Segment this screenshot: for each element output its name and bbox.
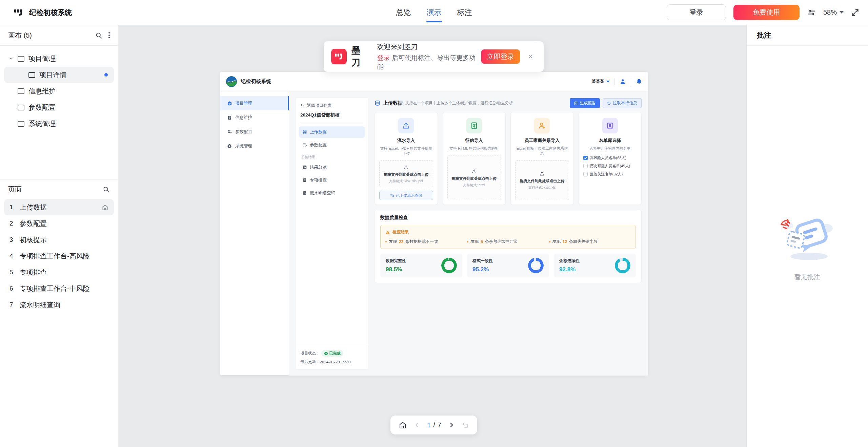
dropzone[interactable]: 拖拽文件到此处或点击上传 支持格式: xlsx, xls, pdf [379, 160, 433, 187]
search-icon[interactable] [95, 32, 102, 39]
document-search-icon [302, 191, 307, 195]
frame-icon [18, 105, 24, 110]
bell-icon[interactable] [636, 78, 642, 85]
pages-section: 页面 1 上传数据 2参数配置 3初核提示 4专项排查工作台-高风险 5专项排查… [0, 179, 118, 447]
document-icon [302, 178, 307, 183]
page-item-6[interactable]: 6专项排查工作台-中风险 [4, 280, 114, 297]
menu-special-check[interactable]: 专项排查 [299, 174, 365, 186]
mockingbot-brand-icon [331, 49, 347, 64]
dropzone[interactable]: 拖拽文件到此处或点击上传 支持格式: xlsx, xls [515, 160, 569, 200]
app-root: 纪检初核系统 总览 演示 标注 登录 免费使用 58% [0, 0, 868, 447]
user-menu[interactable]: 某某某 [592, 79, 610, 84]
page-item-3[interactable]: 3初核提示 [4, 232, 114, 248]
top-bar: 纪检初核系统 总览 演示 标注 登录 免费使用 58% [0, 0, 868, 25]
sync-icon [607, 101, 611, 105]
close-icon[interactable]: × [525, 52, 536, 61]
person-plus-icon [534, 118, 550, 133]
login-button[interactable]: 登录 [667, 4, 726, 20]
canvas-item-project-management[interactable]: 项目管理 [0, 50, 118, 67]
upload-tray-icon [539, 171, 545, 176]
page-item-5[interactable]: 5专项排查 [4, 264, 114, 280]
donut-ring [615, 258, 630, 273]
page-item-4[interactable]: 4专项排查工作台-高风险 [4, 248, 114, 264]
canvas-item-project-detail[interactable]: 项目详情 [4, 67, 114, 83]
quality-title: 数据质量检查 [380, 215, 636, 221]
nav-item-project-management[interactable]: 项目管理 [220, 96, 289, 110]
checkbox-icon[interactable] [583, 164, 588, 168]
donut-ring [528, 258, 544, 273]
upload-card-flow-import: 流水导入 支持 Excel、PDF 格式文件批量上传 拖拽文件到此处或点击上传 … [375, 112, 438, 205]
more-options-icon[interactable] [108, 32, 110, 38]
canvas-section-title: 画布 (5) [8, 31, 32, 40]
preferences-icon[interactable] [807, 8, 816, 17]
canvas-section-header: 画布 (5) [0, 25, 118, 46]
page-item-7[interactable]: 7流水明细查询 [4, 297, 114, 313]
upload-card-credit-import: 征信导入 支持 HTML 格式征信报告解析 拖拽文件到此处或点击上传 支持格式:… [443, 112, 506, 205]
checkbox-history-suspect-list[interactable]: 历史可疑人员名单(45人) [583, 164, 637, 169]
checkbox-checked-icon[interactable] [583, 156, 588, 160]
checkbox-regulator-watch-list[interactable]: 监管关注名单(32人) [583, 172, 637, 177]
list-search-icon [390, 193, 394, 197]
menu-parameter-config[interactable]: 参数配置 [299, 139, 365, 151]
tab-overview[interactable]: 总览 [396, 0, 411, 25]
chart-icon [302, 165, 307, 170]
menu-group-label: 初核结果 [301, 155, 363, 159]
canvas-item-info-maintenance[interactable]: 信息维护 [0, 83, 118, 99]
zoom-control[interactable]: 58% [823, 8, 844, 16]
next-page-button[interactable] [448, 422, 455, 428]
mockingbot-logo-icon [14, 8, 24, 17]
chevron-down-icon [606, 81, 610, 83]
view-tabs: 总览 演示 标注 [396, 0, 472, 25]
prototype-app-title: 纪检初核系统 [241, 78, 271, 85]
uploaded-flow-query-button[interactable]: 已上传流水查询 [379, 191, 433, 200]
checkbox-high-risk-list[interactable]: 高风险人员名单(68人) [583, 155, 637, 161]
project-status-block: 项目状态： 已完成 最后更新： 2024-01-20 15:30 [296, 346, 368, 369]
presentation-canvas: 墨刀 欢迎来到墨刀 登录后可使用标注、导出等更多功能 立即登录 × 纪检初核系统 [118, 25, 746, 447]
prototype-frame: 纪检初核系统 某某某 [220, 72, 648, 375]
document-icon [227, 115, 232, 120]
page-item-1[interactable]: 1 上传数据 [4, 199, 114, 215]
issue-item: 发现5条余额连续性异常 [467, 239, 549, 244]
page-item-2[interactable]: 2参数配置 [4, 215, 114, 232]
empty-comments-illustration [775, 213, 840, 267]
home-button[interactable] [399, 421, 407, 429]
login-now-button[interactable]: 立即登录 [481, 49, 520, 64]
pull-bank-info-button[interactable]: 拉取本行信息 [603, 98, 642, 108]
upload-card-family-relation: 员工家庭关系导入 Excel 模板上传员工家庭关系信息 拖拽文件到此处或点击上传… [510, 112, 574, 205]
home-page-icon [102, 204, 108, 211]
annotation-title: 批注 [747, 25, 868, 46]
presentation-nav-bar: 1/7 [390, 416, 477, 434]
free-use-button[interactable]: 免费使用 [733, 5, 800, 20]
search-icon[interactable] [103, 186, 110, 193]
generate-report-button[interactable]: 生成报告 [570, 98, 600, 108]
menu-flow-detail-query[interactable]: 流水明细查询 [299, 187, 365, 199]
donut-ring [441, 258, 457, 273]
menu-result-overview[interactable]: 结果总览 [299, 162, 365, 173]
metric-format-consistency: 格式一致性95.2% [467, 254, 549, 277]
canvas-item-system-management[interactable]: 系统管理 [0, 115, 118, 132]
nav-item-parameter-config[interactable]: 参数配置 [220, 125, 289, 139]
tab-presentation[interactable]: 演示 [427, 0, 442, 25]
fullscreen-icon[interactable] [851, 8, 859, 17]
database-icon [375, 100, 380, 106]
nav-item-system-management[interactable]: 系统管理 [220, 139, 289, 153]
database-icon [302, 130, 307, 134]
banner-login-link[interactable]: 登录 [377, 54, 390, 61]
back-to-project-list[interactable]: 返回项目列表 [300, 103, 363, 108]
replay-button[interactable] [462, 421, 469, 429]
prev-page-button[interactable] [413, 422, 420, 428]
upload-icon [398, 118, 414, 133]
tab-annotation[interactable]: 标注 [457, 0, 472, 25]
check-result-warning: 检查结果 发现23条数据格式不一致 发现5条余额连续性异常 发现12条缺失关键字… [380, 225, 636, 249]
brand-name: 墨刀 [351, 45, 368, 68]
dropzone[interactable]: 拖拽文件到此处或点击上传 支持格式: html [447, 155, 501, 200]
nav-item-info-maintenance[interactable]: 信息维护 [220, 110, 289, 125]
user-icon[interactable] [620, 78, 626, 85]
upload-tray-icon [403, 165, 409, 170]
banner-subtitle: 登录后可使用标注、导出等更多功能 [377, 54, 477, 71]
updated-label: 最后更新： [300, 359, 320, 364]
chevron-down-icon [840, 11, 844, 14]
canvas-item-parameter-config[interactable]: 参数配置 [0, 99, 118, 115]
menu-upload-data[interactable]: 上传数据 [299, 126, 365, 138]
checkbox-icon[interactable] [583, 172, 588, 176]
